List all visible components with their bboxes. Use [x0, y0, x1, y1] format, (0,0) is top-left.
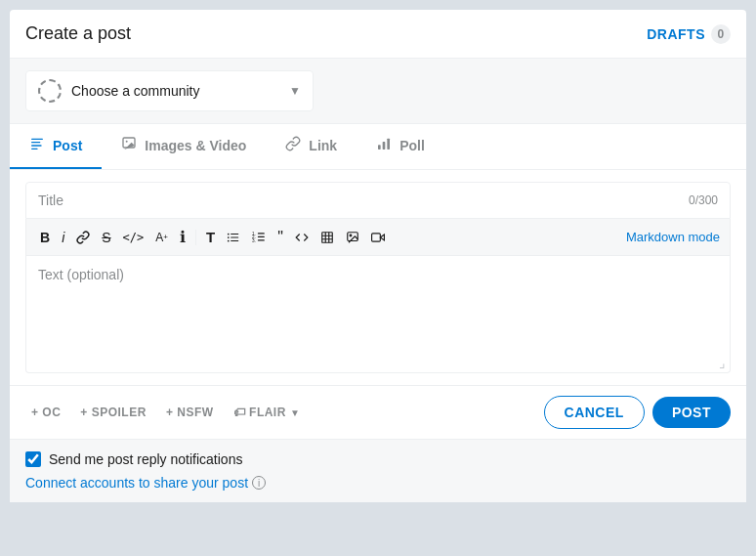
chevron-down-icon: ▼	[289, 84, 301, 98]
flair-label: FLAIR	[249, 406, 286, 419]
resize-handle[interactable]: ⌟	[719, 355, 726, 370]
svg-rect-14	[231, 239, 238, 240]
svg-rect-10	[231, 233, 238, 234]
info-icon: i	[252, 476, 266, 490]
spoiler-button[interactable]: + SPOILER	[74, 402, 152, 423]
numbered-list-button[interactable]: 1.2.3.	[248, 228, 270, 247]
svg-point-5	[126, 141, 128, 143]
oc-label: + OC	[31, 406, 61, 419]
oc-button[interactable]: + OC	[25, 402, 66, 423]
bold-button[interactable]: B	[36, 227, 54, 248]
tab-post[interactable]: Post	[10, 124, 102, 169]
info-button[interactable]: ℹ	[176, 225, 189, 249]
toolbar: B i S </> A+ ℹ T 1.2.3. "	[25, 219, 731, 256]
blockquote-button[interactable]: "	[273, 226, 287, 249]
nsfw-button[interactable]: + NSFW	[160, 402, 220, 423]
table-button[interactable]	[316, 228, 338, 247]
footer: Send me post reply notifications Connect…	[10, 439, 746, 502]
tab-link-label: Link	[309, 138, 337, 153]
tab-poll[interactable]: Poll	[357, 124, 444, 169]
drafts-button[interactable]: DRAFTS 0	[647, 24, 731, 44]
tab-poll-label: Poll	[399, 138, 425, 153]
svg-point-27	[350, 235, 352, 236]
svg-rect-6	[378, 145, 381, 150]
flair-icon: 🏷	[233, 406, 246, 419]
link-button[interactable]	[72, 228, 94, 247]
spoiler-label: + SPOILER	[80, 406, 147, 419]
markdown-mode-button[interactable]: Markdown mode	[626, 230, 720, 244]
connect-accounts-label: Connect accounts to share your post	[25, 475, 248, 491]
svg-rect-21	[322, 232, 333, 242]
create-post-container: Create a post DRAFTS 0 Choose a communit…	[10, 10, 746, 556]
svg-rect-7	[383, 142, 386, 150]
post-tab-icon	[29, 136, 45, 155]
svg-point-11	[228, 236, 230, 238]
svg-rect-12	[231, 236, 238, 237]
image-toolbar-button[interactable]	[342, 228, 363, 247]
svg-rect-0	[31, 139, 43, 140]
tab-post-label: Post	[53, 138, 82, 153]
svg-rect-1	[31, 142, 40, 143]
strikethrough-button[interactable]: S	[98, 227, 114, 248]
text-area[interactable]: Text (optional) ⌟	[25, 256, 731, 373]
tab-link[interactable]: Link	[266, 124, 357, 169]
connect-accounts-row: Connect accounts to share your post i	[25, 475, 731, 491]
community-label: Choose a community	[71, 83, 279, 99]
title-row: 0/300	[25, 182, 731, 219]
svg-rect-8	[387, 139, 390, 150]
text-placeholder: Text (optional)	[38, 267, 124, 282]
code-block-button[interactable]	[291, 228, 313, 247]
images-video-tab-icon	[121, 136, 137, 155]
svg-rect-3	[31, 149, 38, 150]
notification-label: Send me post reply notifications	[49, 451, 242, 467]
svg-point-9	[228, 233, 230, 235]
heading-button[interactable]: T	[202, 226, 219, 248]
community-icon	[38, 79, 62, 103]
notification-checkbox[interactable]	[25, 451, 41, 467]
action-bar: + OC + SPOILER + NSFW 🏷 FLAIR ▼ CANCEL P…	[10, 385, 746, 439]
svg-marker-28	[380, 235, 384, 240]
svg-rect-18	[258, 235, 265, 236]
toolbar-separator-1	[195, 230, 196, 245]
svg-rect-20	[258, 239, 265, 240]
page-title: Create a post	[25, 23, 131, 44]
bullet-list-button[interactable]	[223, 228, 244, 247]
tab-bar: Post Images & Video Link Poll	[10, 124, 746, 170]
video-button[interactable]	[367, 228, 389, 247]
title-input[interactable]	[38, 192, 689, 208]
flair-chevron-icon: ▼	[290, 407, 300, 418]
community-dropdown[interactable]: Choose a community ▼	[25, 70, 314, 111]
italic-button[interactable]: i	[58, 227, 68, 248]
tab-images-video-label: Images & Video	[145, 138, 246, 153]
svg-point-13	[228, 239, 230, 241]
code-button[interactable]: </>	[119, 228, 148, 247]
cancel-button[interactable]: CANCEL	[544, 396, 645, 429]
svg-rect-26	[348, 232, 358, 240]
community-selector-area: Choose a community ▼	[10, 59, 746, 124]
char-count: 0/300	[689, 193, 718, 207]
editor-area: 0/300 B i S </> A+ ℹ T 1.2.3. "	[10, 170, 746, 385]
svg-rect-16	[258, 233, 265, 234]
notification-row: Send me post reply notifications	[25, 451, 731, 467]
svg-rect-2	[31, 145, 42, 146]
connect-accounts-link[interactable]: Connect accounts to share your post i	[25, 475, 731, 491]
link-tab-icon	[285, 136, 301, 155]
drafts-label: DRAFTS	[647, 26, 705, 42]
svg-text:3.: 3.	[252, 237, 256, 242]
flair-button[interactable]: 🏷 FLAIR ▼	[228, 402, 307, 423]
svg-rect-29	[371, 233, 380, 240]
header: Create a post DRAFTS 0	[10, 10, 746, 59]
poll-tab-icon	[376, 136, 392, 155]
drafts-count: 0	[711, 24, 731, 44]
tab-images-video[interactable]: Images & Video	[102, 124, 266, 169]
nsfw-label: + NSFW	[166, 406, 214, 419]
post-button[interactable]: POST	[652, 397, 731, 428]
superscript-button[interactable]: A+	[151, 228, 172, 247]
